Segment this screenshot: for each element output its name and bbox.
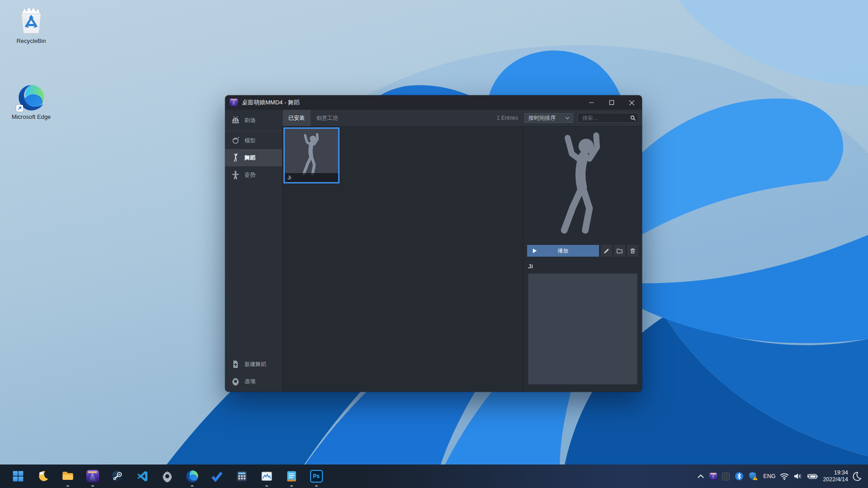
- delete-button[interactable]: [627, 245, 638, 257]
- trash-icon: [629, 248, 636, 254]
- edge-icon: [186, 470, 198, 483]
- recycle-bin-icon: [18, 5, 44, 35]
- bluetooth-icon: [735, 472, 744, 481]
- window-title: 桌面萌娘MMD4 - 舞蹈: [242, 99, 300, 107]
- sidebar-item-label: 新建舞蹈: [245, 361, 266, 368]
- sidebar-item-theater[interactable]: 剧场: [225, 111, 282, 130]
- taskbar-app-edge[interactable]: [179, 465, 204, 488]
- tray-security-shield[interactable]: [748, 471, 759, 481]
- detail-description-box: [528, 273, 637, 385]
- running-indicator: [290, 485, 293, 487]
- taskbar-app-task-manager[interactable]: [254, 465, 279, 488]
- tray-battery[interactable]: [807, 471, 818, 481]
- chevron-down-icon: [564, 115, 571, 121]
- tray-language-indicator[interactable]: ENG: [763, 473, 775, 479]
- detail-panel: 播放 Ji: [523, 127, 642, 392]
- sidebar-spacer: [225, 183, 282, 356]
- taskbar-app-photoshop[interactable]: Ps: [304, 465, 329, 488]
- sidebar-item-model[interactable]: 模型: [225, 132, 282, 149]
- taskbar: Ps: [0, 465, 868, 488]
- theater-icon: [231, 116, 240, 125]
- play-button-label: 播放: [527, 247, 599, 255]
- new-file-icon: [231, 360, 240, 369]
- sidebar-item-dance[interactable]: 舞蹈: [225, 149, 282, 166]
- taskbar-app-mmd[interactable]: [80, 465, 105, 488]
- wifi-icon: [779, 471, 789, 481]
- dance-card-label: Ji: [285, 173, 338, 182]
- taskbar-app-steam[interactable]: [105, 465, 130, 488]
- tray-time: 19:34: [823, 469, 848, 476]
- tray-bluetooth[interactable]: [735, 472, 744, 481]
- taskbar-widgets-weather[interactable]: [30, 465, 55, 488]
- tray-mmd-app[interactable]: [709, 473, 717, 480]
- model-face-icon: [231, 136, 240, 145]
- dancer-preview-icon: [555, 132, 610, 239]
- sidebar-item-label: 舞蹈: [245, 154, 255, 162]
- tray-volume[interactable]: [793, 471, 803, 481]
- tray-grid-app[interactable]: [722, 472, 730, 481]
- sidebar-item-label: 剧场: [245, 117, 255, 124]
- dancer-thumbnail-icon: [299, 133, 324, 178]
- sort-dropdown-value: 按时间排序: [528, 114, 556, 122]
- taskbar-start-button[interactable]: [5, 465, 30, 488]
- maximize-button[interactable]: [601, 95, 622, 110]
- running-indicator: [191, 485, 193, 487]
- dance-preview: [524, 127, 642, 245]
- tab-label: 已安装: [288, 114, 305, 122]
- security-shield-icon: [748, 471, 759, 481]
- search-box[interactable]: [578, 113, 638, 123]
- desktop-icon-recycle-bin[interactable]: RecycleBin: [5, 5, 58, 45]
- entries-count: 1 Entries: [497, 115, 518, 121]
- mmd-app-icon: [86, 470, 99, 483]
- tray-focus-assist[interactable]: [852, 471, 862, 481]
- settings-gear-icon: [161, 470, 174, 483]
- speaker-icon: [793, 471, 803, 481]
- tray-wifi[interactable]: [779, 471, 789, 481]
- desktop-icon-microsoft-edge[interactable]: Microsoft Edge: [5, 84, 58, 121]
- dance-card-ji[interactable]: Ji: [283, 127, 340, 183]
- taskbar-app-calculator[interactable]: [229, 465, 254, 488]
- close-icon: [629, 100, 635, 106]
- taskbar-app-vscode[interactable]: [130, 465, 155, 488]
- sidebar-item-options[interactable]: 选项: [225, 373, 282, 390]
- steam-icon: [111, 470, 124, 483]
- sidebar-item-label: 选项: [245, 378, 255, 385]
- sidebar-item-pose[interactable]: 姿势: [225, 166, 282, 183]
- chevron-up-icon: [696, 471, 706, 481]
- tray-date: 2022/4/14: [823, 476, 848, 483]
- dance-list: Ji: [283, 127, 523, 392]
- tray-chevron-up-button[interactable]: [696, 471, 706, 481]
- taskbar-app-file-explorer[interactable]: [55, 465, 80, 488]
- pose-icon: [231, 170, 240, 179]
- tab-workshop[interactable]: 创意工坊: [311, 110, 344, 126]
- windows-start-icon: [12, 470, 24, 483]
- open-folder-button[interactable]: [614, 245, 625, 257]
- taskbar-app-settings[interactable]: [155, 465, 179, 488]
- minimize-button[interactable]: [581, 95, 601, 110]
- sidebar-item-new-dance[interactable]: 新建舞蹈: [225, 356, 282, 373]
- photoshop-icon-label: Ps: [313, 473, 320, 479]
- file-explorer-icon: [61, 470, 74, 483]
- search-input[interactable]: [581, 114, 630, 122]
- sort-dropdown[interactable]: 按时间排序: [524, 113, 573, 123]
- moon-icon: [852, 471, 862, 481]
- notepad-icon: [285, 470, 298, 483]
- pencil-icon: [603, 248, 610, 254]
- window-titlebar[interactable]: 桌面萌娘MMD4 - 舞蹈: [225, 95, 642, 110]
- close-button[interactable]: [622, 95, 642, 110]
- running-indicator: [91, 485, 94, 487]
- tray-clock[interactable]: 19:34 2022/4/14: [823, 469, 848, 483]
- taskbar-app-check[interactable]: [204, 465, 229, 488]
- mmd-app-window: 桌面萌娘MMD4 - 舞蹈 剧场: [225, 95, 642, 392]
- folder-icon: [616, 248, 623, 254]
- blue-check-icon: [211, 470, 223, 483]
- edit-button[interactable]: [601, 245, 612, 257]
- taskbar-app-notepad[interactable]: [279, 465, 304, 488]
- sidebar: 剧场 模型 舞蹈 姿势 新建舞蹈: [225, 110, 283, 392]
- dancer-icon: [231, 153, 240, 162]
- sidebar-separator: [225, 131, 282, 131]
- maximize-icon: [609, 100, 614, 105]
- running-indicator: [265, 485, 268, 487]
- tab-installed[interactable]: 已安装: [283, 110, 311, 126]
- play-button[interactable]: 播放: [527, 245, 599, 257]
